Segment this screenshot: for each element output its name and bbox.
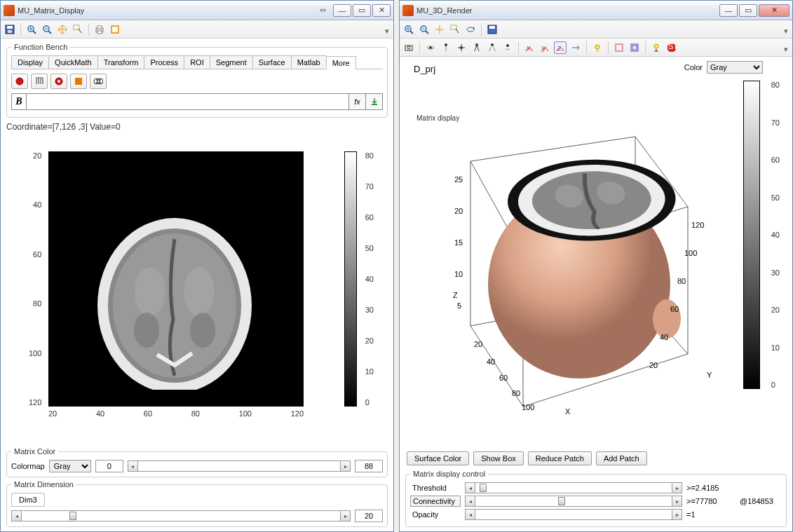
pan-scene-icon[interactable]	[455, 41, 468, 54]
fx-button[interactable]: fx	[349, 93, 366, 110]
tab-surface[interactable]: Surface	[252, 55, 292, 69]
camera-tool-icon[interactable]	[402, 41, 415, 54]
titlebar-right[interactable]: MU_3D_Render — ▭ ✕	[400, 1, 792, 20]
maximize-button[interactable]: ▭	[353, 4, 371, 17]
show-box-button[interactable]: Show Box	[473, 451, 524, 465]
tab-process[interactable]: Process	[144, 55, 184, 69]
svg-text:x: x	[527, 43, 531, 52]
maximize-button[interactable]: ▭	[739, 4, 757, 17]
plot3d-area[interactable]: D_prj Color Gray Matrix display	[404, 60, 788, 449]
apply-icon[interactable]	[366, 93, 383, 110]
tab-segment[interactable]: Segment	[210, 55, 253, 69]
svg-point-71	[595, 45, 599, 49]
stop-icon[interactable]: STOP	[665, 41, 678, 54]
svg-point-60	[460, 46, 463, 49]
dimension-value-input[interactable]	[355, 510, 383, 522]
colormap-slider[interactable]: ◂▸	[128, 461, 351, 472]
svg-rect-47	[451, 25, 456, 29]
tab-dim3[interactable]: Dim3	[11, 493, 45, 507]
function-bench-group: Function Bench Display QuickMath Transfo…	[6, 43, 388, 118]
threshold-slider[interactable]: ◂▸	[465, 482, 682, 493]
function-tabs: Display QuickMath Transform Process ROI …	[11, 55, 383, 69]
arrow-button[interactable]: ⇔	[313, 4, 332, 17]
datacursor-icon[interactable]	[449, 23, 461, 36]
axis-y-icon[interactable]: y	[538, 41, 551, 54]
svg-text:STOP: STOP	[668, 43, 677, 50]
save-icon[interactable]	[486, 23, 499, 36]
tab-roi[interactable]: ROI	[184, 55, 210, 69]
svg-text:20: 20	[474, 340, 482, 348]
zoom-out-icon[interactable]	[418, 23, 431, 36]
dock-icon[interactable]	[109, 23, 121, 36]
toolbar-menu-icon[interactable]: ▾	[784, 27, 789, 32]
variable-label: B	[11, 93, 27, 110]
rotate3d-icon[interactable]	[464, 23, 477, 36]
minimize-button[interactable]: —	[719, 4, 738, 17]
axis-free-icon[interactable]	[569, 41, 582, 54]
light-icon[interactable]	[591, 41, 604, 54]
colormap-label: Colormap	[11, 462, 45, 470]
axis-x-icon[interactable]: x	[523, 41, 536, 54]
save-icon[interactable]	[4, 23, 16, 36]
orbit-scene-icon[interactable]	[440, 41, 452, 54]
surface-color-button[interactable]: Surface Color	[407, 451, 469, 465]
reset-view-icon[interactable]	[650, 41, 663, 54]
colormap-select[interactable]: Gray	[49, 460, 91, 472]
axis-z-icon[interactable]: z	[554, 41, 567, 54]
tab-transform[interactable]: Transform	[97, 55, 145, 69]
pan-icon[interactable]	[433, 23, 446, 36]
svg-text:15: 15	[454, 238, 463, 247]
zoom-out-icon[interactable]	[41, 23, 53, 36]
bars-icon[interactable]	[31, 74, 48, 89]
ortho-icon[interactable]	[628, 41, 641, 54]
zoom-in-icon[interactable]	[402, 23, 415, 36]
svg-point-54	[429, 46, 432, 49]
perspective-icon[interactable]	[613, 41, 625, 54]
tab-display[interactable]: Display	[11, 55, 49, 69]
colorbar-ticks-right: 80706050403020100	[771, 81, 780, 389]
orbit-icon[interactable]	[424, 41, 437, 54]
close-button[interactable]: ✕	[759, 4, 789, 17]
film-icon[interactable]	[90, 74, 107, 89]
minimize-button[interactable]: —	[333, 4, 351, 17]
svg-text:60: 60	[499, 374, 508, 382]
dimension-slider[interactable]: ◂▸	[11, 510, 351, 521]
svg-line-41	[410, 31, 413, 34]
colormap-max-input[interactable]	[355, 460, 383, 472]
record-target-icon[interactable]	[50, 74, 67, 89]
reduce-patch-button[interactable]: Reduce Patch	[528, 451, 592, 465]
opacity-label: Opacity	[410, 510, 461, 519]
roll-icon[interactable]	[501, 41, 514, 54]
svg-rect-1	[7, 26, 13, 29]
record-red-icon[interactable]	[11, 74, 28, 89]
hatch-icon[interactable]	[70, 74, 87, 89]
image-frame	[48, 151, 304, 407]
svg-rect-10	[74, 25, 79, 29]
svg-rect-16	[113, 27, 117, 32]
add-patch-button[interactable]: Add Patch	[596, 451, 647, 465]
pan-icon[interactable]	[56, 23, 69, 36]
zoom-in-icon[interactable]	[25, 23, 38, 36]
datacursor-icon[interactable]	[72, 23, 84, 36]
colormap-min-input[interactable]	[95, 460, 123, 472]
color-select[interactable]: Gray	[707, 61, 763, 74]
print-icon[interactable]	[93, 23, 106, 36]
tab-more[interactable]: More	[326, 56, 356, 69]
formula-input[interactable]	[27, 93, 349, 110]
opacity-slider[interactable]: ◂▸	[465, 509, 682, 520]
tab-matlab[interactable]: Matlab	[291, 55, 327, 69]
svg-point-37	[184, 267, 215, 316]
titlebar-left[interactable]: MU_Matrix_Display ⇔ — ▭ ✕	[1, 1, 393, 20]
toolbar-menu-icon[interactable]: ▾	[784, 45, 789, 50]
zoom-camera-icon[interactable]	[486, 41, 499, 54]
toolbar-menu-icon[interactable]: ▾	[385, 27, 391, 32]
connectivity-label[interactable]: Connectivity	[410, 496, 461, 507]
formula-row: B fx	[11, 93, 383, 110]
close-button[interactable]: ✕	[372, 4, 391, 17]
image-plot[interactable]: 20406080100120 20406080100120 8070605040…	[5, 135, 389, 446]
dolly-icon[interactable]	[470, 41, 483, 54]
svg-point-35	[113, 233, 236, 378]
svg-point-30	[100, 79, 101, 81]
connectivity-slider[interactable]: ◂▸	[465, 496, 682, 507]
tab-quickmath[interactable]: QuickMath	[48, 55, 98, 69]
